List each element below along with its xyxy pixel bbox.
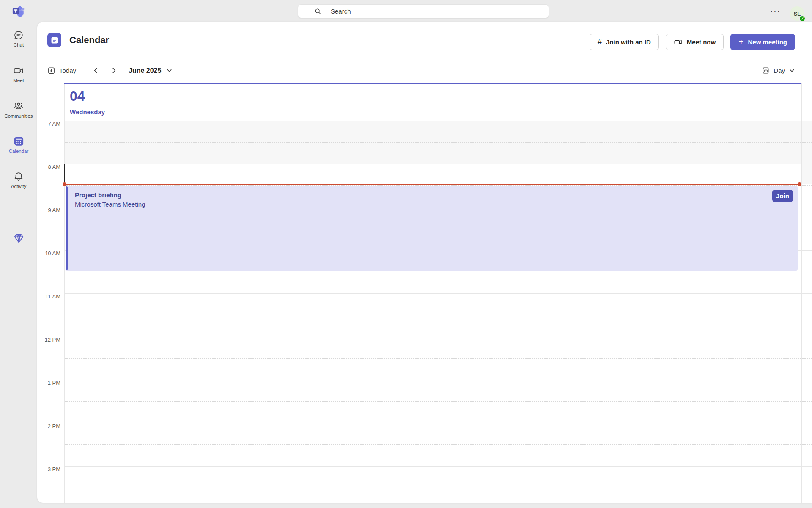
- search-icon: [314, 8, 321, 15]
- previous-day-button[interactable]: [92, 67, 99, 74]
- sidebar-item-calendar[interactable]: Calendar: [0, 135, 37, 163]
- chat-icon: [13, 30, 24, 41]
- app-rail: Chat Meet Communities: [0, 22, 37, 508]
- meet-now-button[interactable]: Meet now: [666, 34, 724, 50]
- event-accent-bar: [66, 186, 68, 270]
- hour-line: [64, 380, 812, 380]
- time-label: 9 AM: [37, 207, 60, 213]
- gutter-divider: [64, 83, 65, 503]
- sidebar-item-activity[interactable]: Activity: [0, 171, 37, 198]
- bell-icon: [13, 171, 24, 182]
- diamond-icon: [13, 232, 25, 244]
- hash-icon: #: [598, 38, 602, 47]
- time-label: 7 AM: [37, 121, 60, 127]
- half-hour-line: [64, 315, 812, 315]
- sidebar-item-label: Calendar: [9, 149, 29, 154]
- time-label: 2 PM: [37, 423, 60, 429]
- calendar-toolbar: Today June 2025: [37, 58, 812, 83]
- new-meeting-button[interactable]: + New meeting: [730, 34, 795, 50]
- video-camera-icon: [13, 65, 24, 76]
- time-label: 11 AM: [37, 293, 60, 300]
- sidebar-item-label: Chat: [14, 42, 24, 47]
- time-label: 10 AM: [37, 250, 60, 257]
- avatar[interactable]: SL ✓: [790, 6, 804, 21]
- presence-available-icon: ✓: [799, 15, 806, 22]
- selected-time-slot[interactable]: [64, 164, 801, 184]
- time-label: 3 PM: [37, 466, 60, 472]
- current-time-dot: [798, 182, 801, 186]
- chevron-down-icon: [166, 67, 173, 74]
- page-title: Calendar: [69, 35, 109, 46]
- current-time-line: [64, 184, 801, 185]
- join-meeting-button[interactable]: Join: [772, 190, 793, 202]
- sidebar-item-label: Meet: [13, 78, 24, 83]
- chevron-right-icon: [110, 67, 118, 74]
- calendar-header: Calendar # Join with an ID Meet now + Ne…: [37, 22, 812, 58]
- current-time-dot: [63, 182, 66, 186]
- sidebar-item-communities[interactable]: Communities: [0, 101, 37, 128]
- day-date-number: 04: [70, 88, 85, 104]
- day-view-icon: [762, 66, 770, 75]
- half-hour-line: [64, 444, 812, 445]
- calendar-icon: [13, 135, 25, 147]
- hour-line: [64, 121, 812, 121]
- day-column-right-divider: [801, 83, 802, 503]
- more-options-button[interactable]: ···: [768, 5, 782, 17]
- half-hour-line: [64, 488, 812, 488]
- gutter-top-border: [37, 83, 64, 83]
- time-grid: 04 Wednesday Project briefing Microsoft …: [37, 83, 812, 503]
- time-label: 12 PM: [37, 337, 60, 343]
- join-with-id-button[interactable]: # Join with an ID: [590, 34, 659, 50]
- people-group-icon: [13, 101, 24, 112]
- sidebar-item-label: Activity: [11, 184, 26, 189]
- view-selector-dropdown[interactable]: Day: [762, 66, 795, 75]
- search-bar[interactable]: [298, 4, 549, 18]
- sidebar-item-chat[interactable]: Chat: [0, 30, 37, 57]
- sidebar-item-meet[interactable]: Meet: [0, 65, 37, 92]
- calendar-app-icon: [47, 33, 61, 47]
- half-hour-line: [64, 272, 812, 272]
- plus-icon: +: [738, 37, 743, 46]
- time-label: 1 PM: [37, 380, 60, 386]
- chevron-down-icon: [789, 67, 795, 74]
- half-hour-line: [64, 142, 812, 143]
- video-camera-icon: [674, 38, 683, 47]
- day-column-accent-line: [64, 83, 801, 84]
- today-button[interactable]: Today: [47, 66, 76, 75]
- top-bar: ··· SL ✓: [0, 0, 812, 22]
- calendar-panel: Calendar # Join with an ID Meet now + Ne…: [37, 22, 812, 503]
- jump-to-today-icon: [47, 66, 55, 75]
- teams-logo-icon: [12, 5, 25, 18]
- day-weekday-label: Wednesday: [70, 108, 105, 116]
- search-input[interactable]: [331, 8, 534, 15]
- event-project-briefing[interactable]: Project briefing Microsoft Teams Meeting…: [66, 186, 798, 271]
- hour-line: [64, 423, 812, 423]
- sidebar-item-label: Communities: [4, 113, 33, 119]
- half-hour-line: [64, 358, 812, 359]
- hour-line: [64, 337, 812, 337]
- hour-line: [64, 466, 812, 467]
- month-year-dropdown[interactable]: June 2025: [129, 67, 173, 75]
- premium-gem-button[interactable]: [0, 232, 37, 244]
- event-title: Project briefing: [75, 191, 798, 199]
- chevron-left-icon: [92, 67, 99, 74]
- hour-line: [64, 293, 812, 294]
- half-hour-line: [64, 401, 812, 402]
- next-day-button[interactable]: [110, 67, 118, 74]
- teams-app: ··· SL ✓ Chat Meet: [0, 0, 812, 508]
- time-label: 8 AM: [37, 164, 60, 170]
- event-subtitle: Microsoft Teams Meeting: [75, 201, 798, 208]
